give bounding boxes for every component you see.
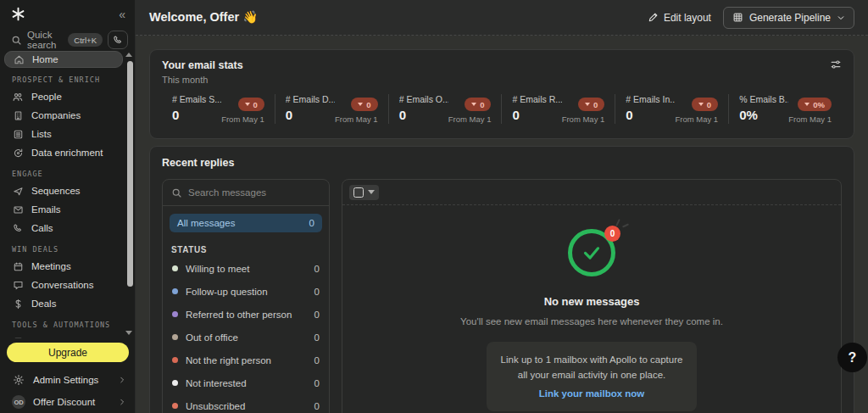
generate-pipeline-button[interactable]: Generate Pipeline — [723, 7, 854, 29]
list-icon — [12, 129, 24, 140]
status-label: Unsubscribed — [186, 401, 245, 411]
nav-section-win-deals: WIN DEALS — [12, 245, 126, 254]
messages-search[interactable] — [163, 180, 329, 206]
sidebar-item-home[interactable]: Home — [4, 51, 123, 68]
stat-value: 0% — [739, 108, 788, 122]
phone-icon — [12, 223, 24, 233]
stat-from-label: From May 1 — [221, 114, 264, 124]
caret-down-icon — [358, 103, 363, 106]
messages-panel: 0 No new messages You'll see new email m… — [342, 179, 842, 413]
caret-down-icon — [804, 103, 810, 106]
email-stats-card: Your email stats This month # Emails S..… — [149, 49, 854, 139]
scrollbar-up-icon[interactable] — [125, 53, 132, 57]
delta-badge: 0 — [578, 98, 604, 111]
dialer-button[interactable] — [108, 31, 128, 49]
status-count: 0 — [314, 264, 320, 274]
sidebar-item-label: Calls — [31, 223, 53, 233]
edit-layout-button[interactable]: Edit layout — [648, 12, 711, 24]
delta-badge: 0 — [692, 98, 718, 111]
status-dot — [172, 265, 178, 271]
filter-all-messages[interactable]: All messages 0 — [170, 214, 322, 232]
dollar-icon — [12, 299, 24, 310]
stats-settings-icon[interactable] — [830, 59, 842, 70]
enrichment-icon — [12, 148, 24, 159]
sidebar-item-label: Emails — [31, 204, 61, 215]
filter-not-interested[interactable]: Not interested 0 — [170, 371, 322, 394]
caret-down-icon — [245, 103, 250, 106]
app-window: « Quick search Ctrl+K Home PROSPECT & EN… — [0, 0, 868, 413]
upgrade-button[interactable]: Upgrade — [7, 343, 129, 362]
sidebar-item-people[interactable]: People — [0, 87, 126, 106]
stat-label: # Emails In... — [626, 94, 675, 104]
edit-layout-label: Edit layout — [664, 12, 711, 24]
select-all-dropdown[interactable] — [349, 185, 379, 200]
sparkle-line — [615, 219, 620, 226]
stat-label: # Emails S... — [172, 94, 221, 104]
apollo-logo-icon — [11, 7, 25, 21]
grid-icon — [732, 12, 743, 23]
sidebar-item-sequences[interactable]: Sequences — [0, 181, 126, 200]
status-count: 0 — [314, 401, 320, 411]
filter-referred-to-other-person[interactable]: Referred to other person 0 — [170, 303, 322, 326]
stat-value: 0 — [626, 108, 675, 122]
sidebar-item-admin-settings[interactable]: Admin Settings — [0, 369, 135, 391]
select-all-checkbox[interactable] — [353, 187, 364, 198]
sidebar-item-meetings[interactable]: Meetings — [0, 257, 126, 276]
stat-emails-opened: # Emails O... 0 0 From May 1 — [388, 94, 502, 124]
status-count: 0 — [314, 378, 320, 388]
stat-value: 0 — [286, 108, 335, 122]
sidebar-item-emails[interactable]: Emails — [0, 200, 126, 219]
scrollbar-down-icon[interactable] — [125, 331, 132, 335]
status-dot — [172, 357, 178, 363]
sidebar-item-tasks[interactable]: Tasks — [0, 332, 126, 338]
search-icon — [171, 187, 182, 198]
stat-from-label: From May 1 — [675, 114, 718, 124]
delta-badge: 0 — [465, 98, 491, 111]
status-dot — [172, 403, 178, 409]
filter-out-of-office[interactable]: Out of office 0 — [170, 326, 322, 349]
sidebar-scrollbar-thumb[interactable] — [127, 61, 133, 287]
unread-count-badge: 0 — [604, 226, 620, 242]
shortcut-badge: Ctrl+K — [68, 33, 103, 47]
filter-unsubscribed[interactable]: Unsubscribed 0 — [170, 394, 322, 413]
filter-not-the-right-person[interactable]: Not the right person 0 — [170, 349, 322, 371]
stat-label: % Emails B... — [739, 94, 788, 104]
status-label: Not interested — [186, 378, 247, 388]
chevron-down-icon — [837, 14, 845, 22]
link-mailbox-link[interactable]: Link your mailbox now — [539, 388, 645, 399]
wave-emoji: 👋 — [242, 10, 258, 24]
recent-replies-card: Recent replies All messages 0 — [149, 146, 854, 413]
sidebar-item-label: Offer Discount — [33, 397, 95, 407]
home-icon — [13, 54, 25, 65]
caret-down-icon — [698, 103, 704, 106]
people-icon — [12, 92, 24, 103]
sidebar-item-companies[interactable]: Companies — [0, 106, 126, 125]
pencil-icon — [648, 12, 659, 23]
filter-willing-to-meet[interactable]: Willing to meet 0 — [170, 257, 322, 280]
sidebar-item-deals[interactable]: Deals — [0, 294, 126, 313]
sidebar-item-offer-discount[interactable]: OD Offer Discount — [0, 391, 135, 413]
stat-from-label: From May 1 — [335, 114, 378, 124]
sidebar-item-lists[interactable]: Lists — [0, 125, 126, 143]
filter-follow-up-question[interactable]: Follow-up question 0 — [170, 280, 322, 303]
collapse-sidebar-icon[interactable]: « — [119, 8, 125, 21]
sidebar-footer: Upgrade Admin Settings OD Offer Discount — [0, 338, 135, 413]
search-messages-input[interactable] — [188, 187, 320, 198]
sidebar-item-label: Sequences — [31, 186, 81, 196]
sidebar-item-calls[interactable]: Calls — [0, 219, 126, 237]
email-stats-row: # Emails S... 0 0 From May 1 — [162, 94, 842, 124]
help-button[interactable]: ? — [837, 343, 867, 372]
sidebar-item-label: Meetings — [31, 261, 71, 271]
status-label: Referred to other person — [186, 310, 292, 320]
sidebar-item-data-enrichment[interactable]: Data enrichment — [0, 143, 126, 162]
generate-pipeline-label: Generate Pipeline — [749, 12, 831, 24]
sidebar-item-conversations[interactable]: Conversations — [0, 276, 126, 294]
chat-bubble-icon — [12, 280, 24, 291]
sidebar-item-label: People — [31, 92, 62, 102]
status-count: 0 — [314, 287, 320, 297]
stat-emails-bounced: % Emails B... 0% 0% From May 1 — [728, 94, 842, 124]
email-stats-subtitle: This month — [162, 75, 842, 85]
dashboard-content: Your email stats This month # Emails S..… — [136, 36, 868, 413]
stat-emails-replied: # Emails R... 0 0 From May 1 — [501, 94, 615, 124]
nav-section-prospect: PROSPECT & ENRICH — [12, 75, 126, 84]
